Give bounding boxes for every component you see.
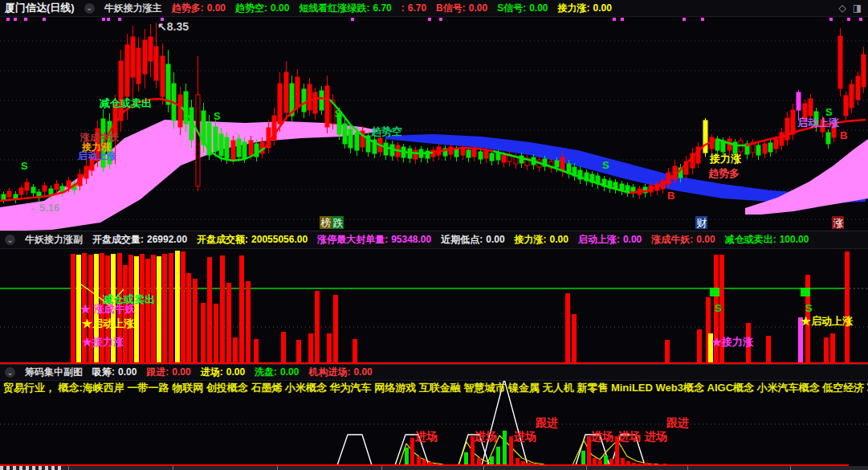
svg-text:S: S <box>805 302 813 314</box>
concept-tags[interactable]: 贸易行业， 概念:海峡西岸 一带一路 物联网 创投概念 石墨烯 小米概念 华为汽… <box>3 381 868 396</box>
indicator-item-launch: 启动上涨:0.00 <box>578 233 642 247</box>
axis-tick <box>173 466 173 470</box>
axis-tick <box>790 466 791 470</box>
axis-tick <box>483 466 484 470</box>
axis-tick <box>586 466 587 470</box>
indicator-item-relay: 接力涨:0.00 <box>515 233 568 247</box>
svg-text:启动上涨: 启动上涨 <box>77 150 117 161</box>
svg-text:进场: 进场 <box>644 430 667 443</box>
svg-text:减仓或卖出: 减仓或卖出 <box>99 97 152 109</box>
indicator-name[interactable]: 筹码集中副图 <box>25 366 83 379</box>
svg-text:S: S <box>335 108 342 120</box>
indicator-item-enter: 进场:0.00 <box>201 366 245 379</box>
svg-text:接力涨: 接力涨 <box>709 153 742 165</box>
horizontal-scrollbar[interactable] <box>0 466 868 470</box>
main-candlestick-chart: SSSSSBB↖8.35←5.16减仓或卖出涨成牛妖接力涨启动上涨趋势空接力涨趋… <box>0 18 868 231</box>
main-indicator-bar: 厦门信达(日线) ⌄ 牛妖接力涨主 趋势多:0.00 趋势空:0.00 短线看红… <box>0 0 868 17</box>
svg-text:趋势多: 趋势多 <box>707 167 740 179</box>
svg-text:跌: 跌 <box>333 217 344 229</box>
indicator-item-trend-long: 趋势多:0.00 <box>172 2 226 15</box>
axis-tick <box>277 466 278 470</box>
svg-text:进场: 进场 <box>617 430 641 443</box>
collapse-icon[interactable]: ⌄ <box>84 3 95 14</box>
indicator-item-shortline2: :6.70 <box>401 2 426 14</box>
indicator-item-reduce-sell: 减仓或卖出:100.00 <box>725 233 809 247</box>
scrollbar-thumb[interactable] <box>0 466 64 470</box>
volume-indicator-bar: ⌄ 牛妖接力涨副 开盘成交量:26992.00 开盘成交额:20055056.0… <box>0 231 868 249</box>
svg-text:S: S <box>214 110 221 122</box>
indicator-item-limit-seal: 涨停最大封单量:95348.00 <box>317 233 431 247</box>
axis-tick <box>68 466 69 470</box>
volume-signal-panel: SS减仓或卖出★ 涨成牛妖★启动上涨★接力涨★接力涨★启动上涨 <box>0 251 868 363</box>
svg-text:B: B <box>667 190 674 202</box>
svg-text:启动上涨: 启动上涨 <box>797 116 840 129</box>
svg-text:涨: 涨 <box>833 217 844 229</box>
indicator-item-follow: 跟进:0.00 <box>146 366 190 379</box>
indicator-item-trend-short: 趋势空:0.00 <box>235 2 289 15</box>
svg-text:趋势空: 趋势空 <box>370 125 402 137</box>
svg-text:★接力涨: ★接力涨 <box>711 336 754 348</box>
svg-text:财: 财 <box>697 217 707 229</box>
svg-text:跟进: 跟进 <box>535 416 558 429</box>
indicator-item-recent-low: 近期低点:0.00 <box>441 233 504 247</box>
indicator-item-shortline: 短线看红涨绿跌:6.70 <box>299 2 391 15</box>
svg-text:S: S <box>715 302 722 314</box>
chips-indicator-bar: ⌄ 筹码集中副图 吸筹:0.00 跟进:0.00 进场:0.00 洗盘:0.00… <box>0 364 868 381</box>
axis-tick <box>381 466 382 470</box>
svg-text:S: S <box>21 160 28 172</box>
svg-text:←5.16: ←5.16 <box>29 202 59 214</box>
svg-text:B: B <box>840 129 847 141</box>
svg-text:进场: 进场 <box>474 430 497 443</box>
trading-terminal: SSSSSBB↖8.35←5.16减仓或卖出涨成牛妖接力涨启动上涨趋势空接力涨趋… <box>0 0 868 470</box>
axis-tick <box>687 466 688 470</box>
collapse-icon[interactable]: ⌄ <box>5 367 15 378</box>
indicator-item-relay: 接力涨:0.00 <box>558 2 612 15</box>
indicator-item-institution: 机构进场:0.00 <box>308 366 372 379</box>
diamond-icon[interactable]: ◇ <box>838 2 846 14</box>
panel-layout-icon[interactable]: ◨ <box>853 2 862 14</box>
svg-text:榜: 榜 <box>320 217 332 229</box>
indicator-item-wash: 洗盘:0.00 <box>255 366 299 379</box>
collapse-icon[interactable]: ⌄ <box>5 235 15 245</box>
svg-text:进场: 进场 <box>513 430 536 443</box>
indicator-item-bull-monster: 涨成牛妖:0.00 <box>651 233 715 247</box>
svg-text:★启动上涨: ★启动上涨 <box>801 315 854 327</box>
indicator-item-absorb: 吸筹:0.00 <box>92 366 137 379</box>
svg-text:S: S <box>602 159 609 171</box>
indicator-item-b-signal: B信号:0.00 <box>436 2 487 15</box>
svg-text:★接力涨: ★接力涨 <box>82 336 124 348</box>
indicator-name[interactable]: 牛妖接力涨副 <box>25 233 83 247</box>
svg-text:进场: 进场 <box>414 430 438 443</box>
window-controls: ◇ ◨ <box>838 2 862 14</box>
svg-text:进场: 进场 <box>590 430 613 443</box>
svg-text:跟进: 跟进 <box>666 416 689 429</box>
stock-title: 厦门信达(日线) <box>5 1 75 15</box>
indicator-item-open-amount: 开盘成交额:20055056.00 <box>197 233 308 247</box>
indicator-name[interactable]: 牛妖接力涨主 <box>104 2 162 15</box>
svg-text:★启动上涨: ★启动上涨 <box>82 317 135 329</box>
indicator-item-s-signal: S信号:0.00 <box>497 2 548 15</box>
svg-text:↖8.35: ↖8.35 <box>157 20 189 33</box>
indicator-item-open-volume: 开盘成交量:26992.00 <box>92 233 187 247</box>
svg-text:★ 涨成牛妖: ★ 涨成牛妖 <box>80 303 137 315</box>
